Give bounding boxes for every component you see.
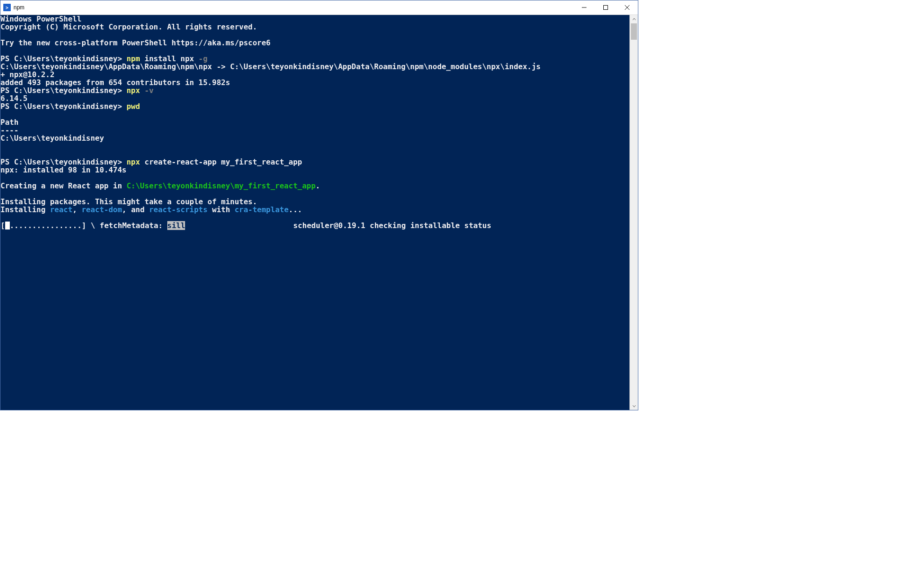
installing-post: ... [289, 205, 302, 214]
close-button[interactable] [616, 0, 638, 14]
minimize-icon [582, 5, 586, 10]
pkg-cra-template: cra-template [235, 205, 289, 214]
chevron-down-icon [632, 404, 636, 408]
cmd-npx: npx [127, 86, 140, 95]
sep: with [207, 205, 235, 214]
progress-bar: ................] \ fetchMetadata: [10, 221, 167, 230]
creating-pre: Creating a new React app in [0, 181, 127, 190]
maximize-button[interactable] [595, 0, 616, 14]
cmd-args: create-react-app my_first_react_app [140, 158, 302, 166]
powershell-window: > npm Windows PowerShell Copyright (C) M… [0, 0, 638, 410]
cmd-pwd: pwd [127, 102, 140, 111]
welcome-line-3: Try the new cross-platform PowerShell ht… [0, 38, 271, 47]
vertical-scrollbar[interactable] [629, 15, 638, 410]
title-left: > npm [0, 4, 24, 11]
powershell-icon: > [3, 4, 11, 11]
minimize-button[interactable] [573, 0, 595, 14]
progress-sill: sill [167, 221, 186, 230]
window-controls [573, 0, 638, 14]
title-bar[interactable]: > npm [0, 0, 638, 15]
pkg-react-dom: react-dom [81, 205, 122, 214]
progress-open: [ [0, 221, 5, 230]
progress-gap [185, 221, 293, 230]
prompt: PS C:\Users\teyonkindisney> [0, 102, 127, 111]
welcome-line-2: Copyright (C) Microsoft Corporation. All… [0, 22, 257, 31]
maximize-icon [603, 5, 608, 10]
window-title: npm [14, 4, 24, 11]
scroll-up-button[interactable] [630, 15, 638, 23]
pkg-react: react [50, 205, 72, 214]
creating-path: C:\Users\teyonkindisney\my_first_react_a… [127, 181, 316, 190]
progress-cursor [5, 222, 10, 229]
sep: , [72, 205, 81, 214]
cmd-npx: npx [127, 158, 140, 166]
installing-pre: Installing [0, 205, 50, 214]
cmd-flag: -v [140, 86, 154, 95]
output-line: npx: installed 98 in 10.474s [0, 165, 127, 174]
sep: , and [122, 205, 149, 214]
scroll-thumb[interactable] [631, 23, 637, 40]
output-line: C:\Users\teyonkindisney\AppData\Roaming\… [0, 62, 541, 71]
output-path: C:\Users\teyonkindisney [0, 134, 104, 143]
pkg-react-scripts: react-scripts [149, 205, 207, 214]
close-icon [625, 5, 629, 10]
terminal-viewport[interactable]: Windows PowerShell Copyright (C) Microso… [0, 15, 629, 410]
svg-rect-1 [604, 6, 608, 10]
client-area: Windows PowerShell Copyright (C) Microso… [0, 15, 638, 410]
chevron-up-icon [632, 17, 636, 21]
progress-suffix: scheduler@0.19.1 checking installable st… [293, 221, 492, 230]
creating-post: . [315, 181, 320, 190]
scroll-down-button[interactable] [630, 402, 638, 410]
